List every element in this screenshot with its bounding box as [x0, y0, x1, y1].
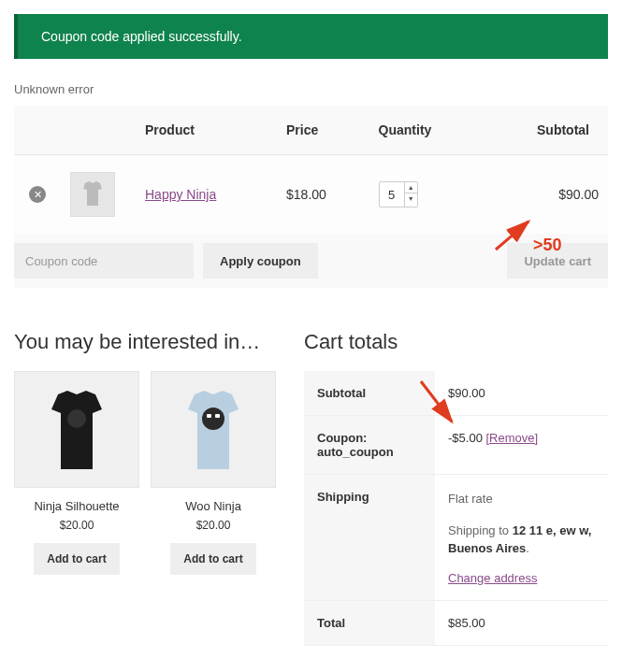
subtotal-label: Subtotal: [304, 371, 435, 416]
quantity-stepper[interactable]: 5 ▲ ▼: [379, 181, 418, 207]
item-price: $18.00: [277, 155, 369, 235]
update-cart-button[interactable]: Update cart: [507, 243, 608, 279]
add-to-cart-button[interactable]: Add to cart: [34, 543, 119, 575]
product-price: $20.00: [14, 519, 139, 532]
col-subtotal: Subtotal: [482, 106, 608, 155]
qty-down-icon[interactable]: ▼: [405, 193, 417, 204]
remove-coupon-link[interactable]: [Remove]: [486, 431, 539, 445]
product-name: Ninja Silhouette: [14, 499, 139, 513]
quantity-value: 5: [380, 188, 404, 202]
product-name: Woo Ninja: [151, 499, 276, 513]
subtotal-value: $90.00: [435, 371, 608, 416]
coupon-discount: -$5.00: [448, 431, 483, 445]
shipping-destination: Shipping to 12 11 e, ew w, Buenos Aires.: [448, 522, 595, 558]
cart-row: ✕ Happy Ninja $18.00 5: [14, 155, 608, 235]
add-to-cart-button[interactable]: Add to cart: [170, 543, 255, 575]
product-image[interactable]: [14, 371, 139, 488]
product-card: Woo Ninja $20.00 Add to cart: [151, 371, 276, 575]
product-link[interactable]: Happy Ninja: [145, 187, 216, 202]
product-card: Ninja Silhouette $20.00 Add to cart: [14, 371, 139, 575]
product-thumbnail[interactable]: [70, 172, 115, 217]
shipping-method: Flat rate: [448, 490, 595, 508]
cart-totals-title: Cart totals: [304, 330, 608, 354]
col-price: Price: [277, 106, 369, 155]
col-product: Product: [136, 106, 277, 155]
item-subtotal: $90.00: [482, 155, 608, 235]
coupon-label: Coupon: auto_coupon: [304, 416, 435, 475]
svg-rect-3: [207, 414, 211, 418]
product-image[interactable]: [151, 371, 276, 488]
apply-coupon-button[interactable]: Apply coupon: [203, 243, 318, 279]
interest-title: You may be interested in…: [14, 330, 276, 354]
coupon-input[interactable]: [14, 243, 194, 279]
svg-rect-4: [215, 414, 220, 418]
qty-up-icon[interactable]: ▲: [405, 182, 417, 193]
product-price: $20.00: [151, 519, 276, 532]
change-address-link[interactable]: Change address: [448, 571, 537, 585]
shipping-label: Shipping: [304, 475, 435, 601]
svg-point-2: [202, 407, 224, 430]
remove-item-icon[interactable]: ✕: [29, 186, 46, 203]
error-text: Unknown error: [14, 82, 608, 96]
success-notice: Coupon code applied successfully.: [14, 14, 608, 59]
cart-totals-table: Subtotal $90.00 Coupon: auto_coupon -$5.…: [304, 371, 608, 646]
cart-table: Product Price Quantity Subtotal ✕: [14, 106, 608, 288]
total-value: $85.00: [435, 600, 608, 645]
col-quantity: Quantity: [369, 106, 482, 155]
total-label: Total: [304, 600, 435, 645]
svg-point-1: [67, 409, 86, 428]
